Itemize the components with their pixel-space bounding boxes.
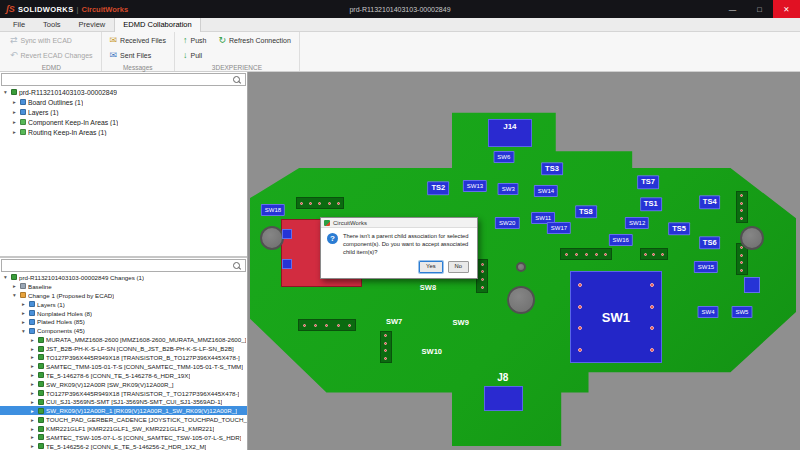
- minimize-button[interactable]: —: [719, 0, 746, 18]
- tab-edmd-collaboration[interactable]: EDMD Collaboration: [114, 17, 200, 32]
- expand-arrow-icon[interactable]: ▸: [29, 381, 36, 387]
- tree-search-top[interactable]: [1, 73, 246, 86]
- tree-item[interactable]: ▸TO127P396X445R949X18 [TRANSISTOR_B_TO12…: [0, 353, 247, 362]
- component-block[interactable]: [282, 229, 292, 239]
- component-block[interactable]: [282, 259, 292, 269]
- expand-arrow-icon[interactable]: ▸: [29, 408, 36, 414]
- close-button[interactable]: ✕: [773, 0, 800, 18]
- component-sw17[interactable]: SW17: [547, 222, 571, 234]
- expand-arrow-icon[interactable]: ▸: [29, 434, 36, 440]
- component-ts2[interactable]: TS2: [427, 181, 449, 195]
- component-ts1[interactable]: TS1: [640, 197, 662, 211]
- tree-item[interactable]: ▸Nonplated Holes (8): [0, 309, 247, 318]
- tree-item[interactable]: ▸Baseline: [0, 282, 247, 291]
- expand-arrow-icon[interactable]: ▸: [20, 319, 27, 325]
- tree-item[interactable]: ▸Layers (1): [0, 107, 247, 117]
- component-ts4[interactable]: TS4: [699, 195, 721, 209]
- component-sw16[interactable]: SW16: [609, 234, 633, 246]
- tree-search-bottom[interactable]: [1, 259, 246, 272]
- expand-arrow-icon[interactable]: ▸: [20, 310, 27, 316]
- component-ts8[interactable]: TS8: [575, 205, 597, 219]
- ecad-tree-panel: ▾prd-R1132101403103-00002849▸Board Outli…: [0, 72, 247, 258]
- expand-arrow-icon[interactable]: ▸: [29, 426, 36, 432]
- tree-item[interactable]: ▸SAMTEC_TMM-105-01-T-S [CONN_SAMTEC_TMM-…: [0, 362, 247, 371]
- tab-preview[interactable]: Preview: [70, 17, 115, 31]
- component-sw20[interactable]: SW20: [495, 217, 519, 229]
- pull-button[interactable]: ↓Pull: [180, 50, 205, 61]
- yes-button[interactable]: Yes: [419, 261, 442, 273]
- component-ts5[interactable]: TS5: [668, 222, 690, 236]
- expand-arrow-icon[interactable]: ▾: [2, 274, 9, 280]
- refresh-connection-button[interactable]: ↻Refresh Connection: [215, 35, 293, 46]
- sent-files-button[interactable]: ✉Sent Files: [107, 50, 155, 61]
- tree-item[interactable]: ▸Plated Holes (85): [0, 317, 247, 326]
- tree-item[interactable]: ▸TOUCH_PAD_GERBER_CADENCE [JOYSTICK_TOUC…: [0, 415, 247, 424]
- board-viewport[interactable]: SW1J14SW6TS3TS2SW13SW3SW14TS7TS1TS4SW18T…: [248, 72, 800, 450]
- expand-arrow-icon[interactable]: ▸: [11, 99, 18, 105]
- tree-item[interactable]: ▸Routing Keep-In Areas (1): [0, 127, 247, 137]
- ribbon-group-3dexperience: ↑Push↻Refresh Connection↓Pull3DEXPERIENC…: [175, 32, 300, 71]
- component-sw3[interactable]: SW3: [498, 183, 519, 195]
- tree-item[interactable]: ▸TE_5-146278-6 [CONN_TE_5-146278-6_HDR_1…: [0, 371, 247, 380]
- component-ts7[interactable]: TS7: [637, 175, 659, 189]
- tree-item[interactable]: ▸CUI_SJ1-3569N5-SMT [SJ1-3569N5-SMT_CUI_…: [0, 397, 247, 406]
- connector-block[interactable]: [484, 386, 523, 411]
- tab-tools[interactable]: Tools: [34, 17, 70, 31]
- tab-file[interactable]: File: [4, 17, 34, 31]
- expand-arrow-icon[interactable]: ▸: [29, 363, 36, 369]
- component-sw5[interactable]: SW5: [731, 306, 752, 318]
- component-block[interactable]: [744, 277, 760, 293]
- expand-arrow-icon[interactable]: ▸: [29, 354, 36, 360]
- push-button[interactable]: ↑Push: [180, 35, 209, 46]
- tree-item[interactable]: ▾prd-R1132101403103-00002849 Changes (1): [0, 273, 247, 282]
- expand-arrow-icon[interactable]: ▾: [11, 292, 18, 298]
- component-icon: [38, 443, 44, 449]
- expand-arrow-icon[interactable]: ▸: [11, 283, 18, 289]
- received-files-button[interactable]: ✉Received Files: [107, 35, 169, 46]
- component-ts3[interactable]: TS3: [541, 162, 563, 176]
- maximize-button[interactable]: □: [746, 0, 773, 18]
- expand-arrow-icon[interactable]: ▸: [29, 390, 36, 396]
- component-sw15[interactable]: SW15: [694, 261, 718, 273]
- connector-j14[interactable]: J14: [488, 119, 532, 147]
- layers-icon: [20, 109, 26, 115]
- push-icon: ↑: [183, 36, 188, 45]
- tree-item[interactable]: ▾Components (45): [0, 326, 247, 335]
- tree-item[interactable]: ▸SW_RK09(V)12A00R_1 [RK09(V)12A00R_1_SW_…: [0, 406, 247, 415]
- tree-item-label: SAMTEC_TMM-105-01-T-S [CONN_SAMTEC_TMM-1…: [46, 363, 243, 370]
- tree-item[interactable]: ▸Board Outlines (1): [0, 97, 247, 107]
- component-sw18[interactable]: SW18: [261, 204, 285, 216]
- component-sw4[interactable]: SW4: [698, 306, 719, 318]
- expand-arrow-icon[interactable]: ▸: [29, 399, 36, 405]
- tree-item[interactable]: ▸SAMTEC_TSW-105-07-L-S [CONN_SAMTEC_TSW-…: [0, 433, 247, 442]
- component-sw1[interactable]: SW1: [570, 271, 662, 363]
- tree-item[interactable]: ▸JST_B2B-PH-K-S-LF-SN [CONN_B_JST_B2B-PH…: [0, 344, 247, 353]
- tree-item[interactable]: ▸SW_RK09(V)12A00R [SW_RK09(V)12A00R_]: [0, 380, 247, 389]
- expand-arrow-icon[interactable]: ▸: [20, 301, 27, 307]
- tree-item[interactable]: ▾Change 1 (Proposed by ECAD): [0, 291, 247, 300]
- tree-item[interactable]: ▸KMR221GLF1 [KMR221GLF1_SW_KMR221GLF1_KM…: [0, 424, 247, 433]
- component-sw13[interactable]: SW13: [463, 180, 487, 192]
- component-sw6[interactable]: SW6: [493, 151, 514, 163]
- component-sw12[interactable]: SW12: [625, 217, 649, 229]
- expand-arrow-icon[interactable]: ▸: [29, 337, 36, 343]
- expand-arrow-icon[interactable]: ▸: [11, 109, 18, 115]
- tree-item[interactable]: ▸Layers (1): [0, 300, 247, 309]
- expand-arrow-icon[interactable]: ▾: [20, 328, 27, 334]
- expand-arrow-icon[interactable]: ▸: [11, 129, 18, 135]
- changes-tree-panel: ▾prd-R1132101403103-00002849 Changes (1)…: [0, 258, 247, 450]
- no-button[interactable]: No: [448, 261, 469, 273]
- tree-item[interactable]: ▸TE_5-146256-2 [CONN_E_TE_5-146256-2_HDR…: [0, 442, 247, 450]
- tree-item[interactable]: ▸Component Keep-In Areas (1): [0, 117, 247, 127]
- expand-arrow-icon[interactable]: ▸: [29, 372, 36, 378]
- tree-item[interactable]: ▾prd-R1132101403103-00002849: [0, 87, 247, 97]
- expand-arrow-icon[interactable]: ▸: [29, 346, 36, 352]
- expand-arrow-icon[interactable]: ▸: [11, 119, 18, 125]
- expand-arrow-icon[interactable]: ▸: [29, 443, 36, 449]
- component-ts6[interactable]: TS6: [699, 236, 721, 250]
- component-sw14[interactable]: SW14: [534, 185, 558, 197]
- tree-item[interactable]: ▸MURATA_MMZ1608-2600 [MMZ1608-2600_MURAT…: [0, 335, 247, 344]
- expand-arrow-icon[interactable]: ▸: [29, 417, 36, 423]
- expand-arrow-icon[interactable]: ▾: [2, 89, 9, 95]
- tree-item[interactable]: ▸TO127P396X445R949X18 [TRANSISTOR_T_TO12…: [0, 389, 247, 398]
